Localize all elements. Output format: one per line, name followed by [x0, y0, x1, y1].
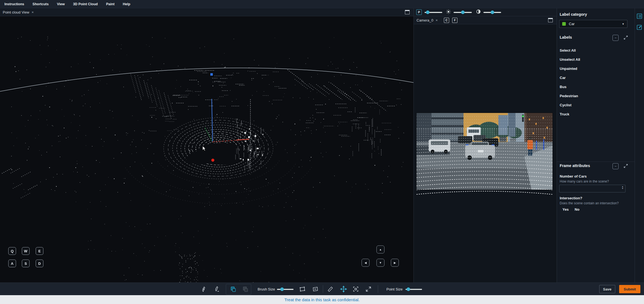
point-cloud-canvas[interactable] — [0, 16, 413, 282]
number-of-cars-field: ▲▼ — [559, 185, 625, 192]
label-item-pedestrian[interactable]: Pedestrian — [560, 91, 629, 101]
label-item-unpainted[interactable]: Unpainted — [560, 64, 629, 73]
paint-brush-tool-icon[interactable] — [200, 286, 207, 292]
menu-paint[interactable]: Paint — [106, 2, 115, 6]
intersection-no-button[interactable]: No — [575, 207, 579, 212]
point-size-slider[interactable] — [405, 287, 422, 291]
close-point-cloud-view-icon[interactable]: ✕ — [32, 11, 34, 14]
camera-c-button[interactable]: C — [444, 18, 449, 23]
ruler-tool-icon[interactable] — [327, 286, 334, 292]
save-button[interactable]: Save — [599, 285, 615, 293]
move-tool-icon[interactable] — [340, 286, 347, 292]
label-item-truck[interactable]: Truck — [560, 110, 629, 119]
app-root: Instructions Shortcuts View 3D Point Clo… — [0, 0, 644, 304]
number-of-cars-hint: How many cars are in the scene? — [560, 179, 609, 183]
labels-section-title: Labels — [560, 35, 572, 39]
key-d-button[interactable]: D — [36, 260, 43, 267]
close-camera-icon[interactable]: ✕ — [436, 19, 438, 22]
unpaint-all-frames-icon[interactable] — [242, 286, 249, 293]
category-color-swatch — [562, 22, 566, 26]
labels-list: Select All Unselect All Unpainted Car Bu… — [560, 46, 629, 119]
label-category-dropdown[interactable]: Car ▼ — [559, 20, 627, 28]
labels-collapse-button[interactable]: − — [612, 35, 619, 41]
key-w-button[interactable]: W — [22, 247, 30, 255]
key-q-button[interactable]: Q — [8, 247, 16, 255]
point-size-label: Point Size — [386, 287, 403, 291]
point-cloud-tabbar: Point cloud View ✕ — [0, 8, 413, 16]
brightness-icon — [446, 9, 451, 15]
paint-toolbar: Brush Size Point Size Save Submit — [0, 282, 644, 295]
menu-bar: Instructions Shortcuts View 3D Point Clo… — [0, 0, 644, 8]
edit-attributes-panel-icon[interactable] — [637, 24, 642, 30]
menu-3d-point-cloud[interactable]: 3D Point Cloud — [73, 2, 98, 6]
number-of-cars-input[interactable] — [561, 186, 617, 192]
camera-body — [414, 24, 557, 282]
fit-view-icon[interactable] — [352, 286, 359, 292]
unpaint-brush-tool-icon[interactable] — [214, 286, 220, 292]
nav-left-button[interactable]: ◀ — [362, 259, 370, 267]
camera-window-icon[interactable] — [548, 18, 553, 22]
label-item-cyclist[interactable]: Cyclist — [560, 101, 629, 110]
camera-f-button[interactable]: F — [452, 18, 457, 23]
key-a-button[interactable]: A — [8, 260, 16, 267]
camera-tab-label: Camera_0 — [417, 18, 433, 22]
number-stepper[interactable]: ▲▼ — [622, 186, 624, 189]
camera-tabbar: Camera_0 ✕ C F — [414, 16, 557, 24]
panel-window-icon[interactable] — [405, 10, 410, 14]
main-area: Point cloud View ✕ Q W E A S D ▲ ◀ ▼ ▶ — [0, 8, 644, 282]
confidential-notice: Treat the data in this task as confident… — [284, 297, 360, 302]
category-selected-value: Car — [569, 22, 575, 26]
nav-right-button[interactable]: ▶ — [391, 259, 399, 267]
nav-down-button[interactable]: ▼ — [376, 259, 384, 267]
camera-panel: P Camera_0 ✕ C — [414, 8, 557, 282]
right-rail — [635, 8, 644, 282]
p-slider[interactable] — [425, 10, 442, 14]
display-settings-toolbar: P — [414, 8, 557, 16]
intersection-label: Intersection? — [560, 196, 582, 200]
key-s-button[interactable]: S — [22, 260, 30, 267]
perspective-toggle-button[interactable]: P — [416, 9, 422, 15]
contrast-icon — [476, 9, 481, 15]
point-cloud-panel: Point cloud View ✕ Q W E A S D ▲ ◀ ▼ ▶ — [0, 8, 414, 282]
menu-view[interactable]: View — [57, 2, 65, 6]
frame-attributes-collapse-button[interactable]: − — [612, 163, 619, 169]
chevron-down-icon: ▼ — [622, 23, 624, 25]
contrast-slider[interactable] — [483, 10, 501, 14]
submit-button[interactable]: Submit — [619, 285, 640, 293]
menu-help[interactable]: Help — [123, 2, 130, 6]
label-item-bus[interactable]: Bus — [560, 82, 629, 91]
brush-size-label: Brush Size — [258, 287, 275, 291]
label-item-select-all[interactable]: Select All — [560, 46, 629, 55]
number-of-cars-label: Number of Cars — [560, 174, 587, 178]
fullscreen-icon[interactable] — [365, 286, 372, 292]
polygon-unpaint-tool-icon[interactable] — [312, 286, 318, 292]
polygon-paint-tool-icon[interactable] — [299, 286, 305, 292]
section-divider — [557, 162, 635, 162]
paint-propagation-group — [226, 284, 251, 295]
paint-all-frames-icon[interactable] — [230, 286, 237, 293]
label-item-unselect-all[interactable]: Unselect All — [560, 55, 629, 64]
brush-size-slider[interactable] — [277, 287, 294, 291]
intersection-yes-button[interactable]: Yes — [562, 207, 569, 212]
frame-attributes-title: Frame attributes — [560, 163, 590, 168]
menu-instructions[interactable]: Instructions — [4, 2, 24, 6]
menu-shortcuts[interactable]: Shortcuts — [33, 2, 49, 6]
frame-attributes-expand-icon[interactable] — [623, 163, 628, 168]
camera-image[interactable] — [417, 113, 553, 190]
confidential-footer: Treat the data in this task as confident… — [0, 295, 644, 304]
point-cloud-tab-label: Point cloud View — [3, 10, 29, 14]
key-e-button[interactable]: E — [36, 247, 43, 255]
brightness-slider[interactable] — [454, 10, 472, 14]
point-cloud-viewport: Q W E A S D ▲ ◀ ▼ ▶ — [0, 16, 413, 282]
toolbar-divider — [323, 285, 323, 293]
label-item-car[interactable]: Car — [560, 73, 629, 82]
label-list-panel-icon[interactable] — [637, 13, 642, 19]
toolbar-divider — [378, 285, 378, 293]
intersection-hint: Does the scene contain an intersection? — [560, 201, 619, 205]
labels-expand-icon[interactable] — [623, 35, 628, 40]
nav-up-button[interactable]: ▲ — [376, 245, 384, 253]
labeling-sidebar: Label category Car ▼ Labels − Select All… — [557, 8, 635, 282]
label-category-title: Label category — [560, 12, 587, 17]
